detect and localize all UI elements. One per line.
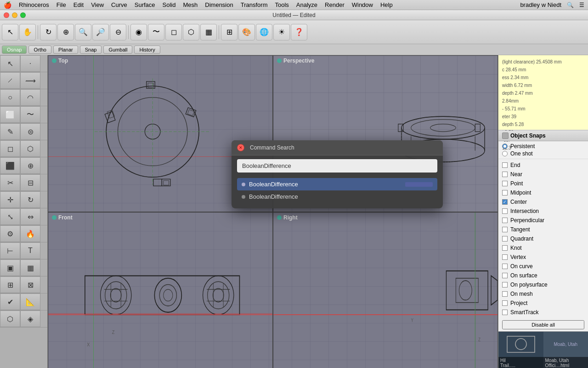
menu-tools[interactable]: Tools xyxy=(275,1,288,8)
thumb-2[interactable]: Moab, Utah Moab, UtahOffici....html xyxy=(543,332,588,368)
zoom-in[interactable]: 🔎 xyxy=(92,24,109,40)
tool-surface1[interactable]: ◻ xyxy=(0,140,20,157)
menu-render[interactable]: Render xyxy=(325,1,345,8)
snap-oncurve[interactable]: On curve xyxy=(502,262,584,270)
persistent-radio[interactable] xyxy=(502,144,508,149)
tool-extrude[interactable]: ⬛ xyxy=(0,157,20,174)
zoom-extents[interactable]: ⊕ xyxy=(57,24,74,40)
snap-button[interactable]: Snap xyxy=(80,46,102,54)
menu-rhinoceros[interactable]: Rhinoceros xyxy=(19,1,49,8)
cmd-close-button[interactable]: ✕ xyxy=(237,144,244,151)
planar-button[interactable]: Planar xyxy=(53,46,78,54)
maximize-button[interactable] xyxy=(20,12,26,18)
snap-onsurface[interactable]: On surface xyxy=(502,271,584,280)
end-checkbox[interactable] xyxy=(502,162,508,168)
snap-midpoint[interactable]: Midpoint xyxy=(502,189,584,197)
minimize-button[interactable] xyxy=(12,12,17,18)
cmd-result-2[interactable]: BooleanDifference xyxy=(237,190,437,203)
history-button[interactable]: History xyxy=(134,46,160,54)
snap-onmesh[interactable]: On mesh xyxy=(502,290,584,298)
help-btn[interactable]: ❓ xyxy=(291,24,307,40)
tool-render[interactable]: ✔ xyxy=(0,293,20,310)
snap-quadrant[interactable]: Quadrant xyxy=(502,235,584,243)
persistent-radio-item[interactable]: Persistent xyxy=(502,143,584,150)
points-tool[interactable]: ◉ xyxy=(130,24,147,40)
curves-tool[interactable]: 〜 xyxy=(148,24,164,40)
snap-tangent[interactable]: Tangent xyxy=(502,225,584,234)
tool-text[interactable]: T xyxy=(20,242,40,259)
tool-analysis[interactable]: 📐 xyxy=(20,293,40,310)
tool-freeform[interactable]: ✎ xyxy=(0,123,20,140)
tool-trim[interactable]: ✂ xyxy=(0,174,20,191)
apple-menu[interactable]: 🍎 xyxy=(4,1,11,9)
snap-point[interactable]: Point xyxy=(502,179,584,188)
tool-twist[interactable]: ◈ xyxy=(20,310,40,327)
ortho-button[interactable]: Ortho xyxy=(28,46,51,54)
tool-arc[interactable]: ◠ xyxy=(20,89,40,106)
shading-btn[interactable]: ☀ xyxy=(273,24,290,40)
snap-knot[interactable]: Knot xyxy=(502,244,584,252)
tool-ungroup[interactable]: ⊠ xyxy=(20,276,40,293)
onpolysurface-checkbox[interactable] xyxy=(502,282,508,288)
onsurface-checkbox[interactable] xyxy=(502,273,508,278)
snap-end[interactable]: End xyxy=(502,161,584,169)
layers-tool[interactable]: ⊞ xyxy=(221,24,237,40)
disable-all-button[interactable]: Disable all xyxy=(502,320,584,329)
select-tool[interactable]: ↖ xyxy=(2,24,18,40)
perpendicular-checkbox[interactable] xyxy=(502,218,508,223)
tool-block[interactable]: ▣ xyxy=(0,259,20,276)
close-button[interactable] xyxy=(4,12,9,18)
menu-transform[interactable]: Transform xyxy=(241,1,268,8)
tool-hatch[interactable]: ▦ xyxy=(20,259,40,276)
tool-scale[interactable]: ⤡ xyxy=(0,208,20,225)
project-checkbox[interactable] xyxy=(502,300,508,306)
menu-window[interactable]: Window xyxy=(352,1,373,8)
center-checkbox[interactable]: ✓ xyxy=(502,199,508,205)
onmesh-checkbox[interactable] xyxy=(502,291,508,297)
surfaces-tool[interactable]: ◻ xyxy=(165,24,182,40)
knot-checkbox[interactable] xyxy=(502,245,508,251)
vertex-checkbox[interactable] xyxy=(502,254,508,260)
tool-offset[interactable]: ⊜ xyxy=(20,123,40,140)
oneshot-radio-item[interactable]: One shot xyxy=(502,150,584,157)
cmd-search-input[interactable] xyxy=(237,159,437,172)
tool-mirror[interactable]: ⇔ xyxy=(20,208,40,225)
oncurve-checkbox[interactable] xyxy=(502,264,508,269)
menu-surface[interactable]: Surface xyxy=(135,1,155,8)
smarttrack-checkbox[interactable] xyxy=(502,310,508,315)
viewport-front[interactable]: Front xyxy=(48,212,273,368)
menu-mesh[interactable]: Mesh xyxy=(183,1,198,8)
tool-line[interactable]: ⟋ xyxy=(0,72,20,89)
tool-move[interactable]: ✛ xyxy=(0,191,20,208)
oneshot-radio[interactable] xyxy=(502,151,508,156)
menu-edit[interactable]: Edit xyxy=(74,1,84,8)
menu-dimension[interactable]: Dimension xyxy=(205,1,233,8)
tool-circle[interactable]: ○ xyxy=(0,89,20,106)
tool-curve[interactable]: 〜 xyxy=(20,106,40,123)
rotate-tool[interactable]: ↻ xyxy=(40,24,57,40)
viewport-right[interactable]: Right Y Z xyxy=(273,212,498,368)
tangent-checkbox[interactable] xyxy=(502,227,508,232)
zoom-out[interactable]: ⊖ xyxy=(110,24,126,40)
point-checkbox[interactable] xyxy=(502,181,508,186)
tool-surface2[interactable]: ⬡ xyxy=(20,140,40,157)
menu-curve[interactable]: Curve xyxy=(111,1,127,8)
meshes-tool[interactable]: ▦ xyxy=(200,24,217,40)
menu-analyze[interactable]: Analyze xyxy=(296,1,317,8)
snap-center[interactable]: ✓ Center xyxy=(502,198,584,206)
menu-file[interactable]: File xyxy=(57,1,66,8)
search-icon[interactable]: 🔍 xyxy=(567,2,574,8)
snap-perpendicular[interactable]: Perpendicular xyxy=(502,216,584,224)
tool-polyline[interactable]: ⟿ xyxy=(20,72,40,89)
tool-cage[interactable]: ⬡ xyxy=(0,310,20,327)
tool-point[interactable]: · xyxy=(20,55,40,72)
tool-split[interactable]: ⊟ xyxy=(20,174,40,191)
properties-tool[interactable]: 🎨 xyxy=(238,24,255,40)
solids-tool[interactable]: ⬡ xyxy=(183,24,199,40)
gumball-button[interactable]: Gumball xyxy=(103,46,132,54)
tool-select[interactable]: ↖ xyxy=(0,55,20,72)
menu-view[interactable]: View xyxy=(91,1,104,8)
snap-project[interactable]: Project xyxy=(502,299,584,307)
quadrant-checkbox[interactable] xyxy=(502,236,508,242)
intersection-checkbox[interactable] xyxy=(502,208,508,214)
